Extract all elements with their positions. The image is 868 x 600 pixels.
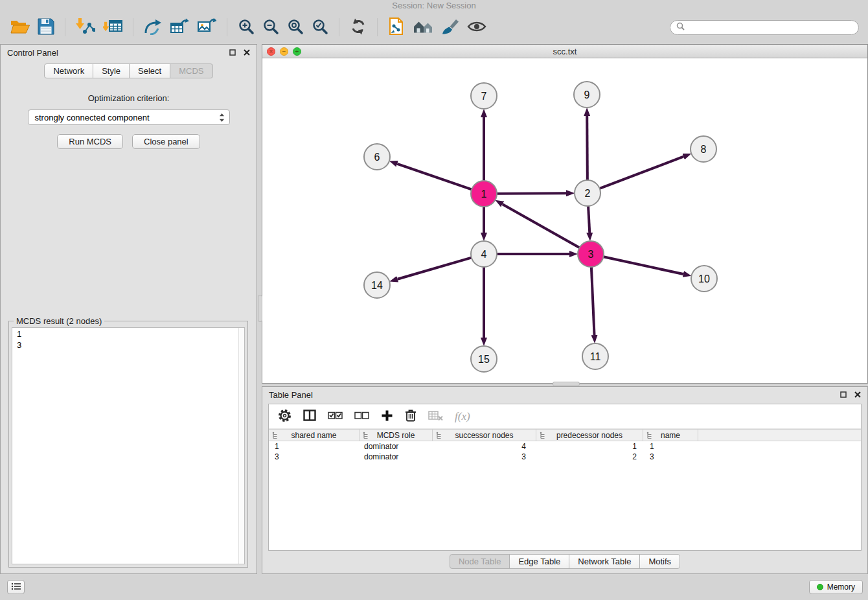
add-row-button[interactable] — [381, 410, 393, 424]
horizontal-splitter-handle[interactable] — [553, 382, 580, 386]
maximize-window-icon[interactable]: + — [293, 47, 301, 56]
graph-edge-1-2[interactable] — [497, 193, 566, 194]
floppy-disk-icon — [38, 18, 54, 37]
open-folder-icon — [10, 19, 30, 36]
graph-edge-3-10[interactable] — [604, 257, 683, 274]
tab-network[interactable]: Network — [44, 63, 93, 78]
graph-node-15[interactable]: 15 — [471, 346, 497, 372]
tab-style[interactable]: Style — [93, 63, 130, 78]
zoom-out-button[interactable] — [258, 14, 283, 40]
cell-shared-name[interactable]: 1 — [269, 441, 360, 452]
export-network-button[interactable] — [140, 14, 166, 40]
close-panel-button[interactable]: Close panel — [132, 134, 200, 149]
column-header-predecessor-nodes[interactable]: predecessor nodes — [536, 430, 643, 441]
search-input[interactable] — [689, 22, 852, 33]
tab-select[interactable]: Select — [129, 63, 170, 78]
table-panel-header: Table Panel — [262, 387, 867, 402]
table-settings-button[interactable] — [278, 409, 291, 424]
minimize-window-icon[interactable]: − — [280, 47, 288, 56]
column-header-mcds-role[interactable]: MCDS role — [360, 430, 433, 441]
graph-node-7[interactable]: 7 — [471, 83, 497, 109]
cell-successor-nodes[interactable]: 3 — [433, 452, 536, 462]
graph-node-6[interactable]: 6 — [364, 144, 390, 170]
close-panel-icon[interactable] — [854, 391, 861, 398]
zoom-selected-button[interactable] — [308, 14, 332, 40]
column-header-shared-name[interactable]: shared name — [269, 430, 360, 441]
result-scrollbar[interactable] — [238, 328, 244, 564]
export-image-icon — [197, 18, 216, 37]
graph-edge-2-3[interactable] — [588, 206, 589, 233]
graph-edge-2-8[interactable] — [600, 157, 683, 189]
refresh-icon — [350, 18, 367, 37]
graph-node-2[interactable]: 2 — [575, 180, 600, 206]
cell-predecessor-nodes[interactable]: 1 — [536, 441, 643, 452]
column-header-successor-nodes[interactable]: successor nodes — [433, 430, 536, 441]
float-panel-icon[interactable] — [840, 391, 847, 398]
cell-name[interactable]: 1 — [643, 441, 698, 452]
run-mcds-button[interactable]: Run MCDS — [57, 134, 123, 149]
show-columns-button[interactable] — [303, 410, 316, 423]
mcds-result-list[interactable]: 1 3 — [12, 327, 245, 564]
zoom-in-button[interactable] — [234, 14, 258, 40]
toolbar-separator — [133, 18, 133, 36]
graph-node-10[interactable]: 10 — [691, 266, 717, 292]
column-header-name[interactable]: name — [643, 430, 698, 441]
cell-name[interactable]: 3 — [643, 452, 698, 462]
graph-edge-1-6[interactable] — [397, 164, 472, 190]
select-all-button[interactable] — [328, 410, 343, 422]
svg-text:7: 7 — [481, 91, 487, 102]
graph-node-11[interactable]: 11 — [582, 343, 608, 369]
graph-node-14[interactable]: 14 — [364, 272, 390, 298]
table-row[interactable]: 3dominator323 — [269, 452, 861, 462]
criterion-dropdown[interactable]: strongly connected component — [28, 110, 230, 125]
open-session-button[interactable] — [6, 14, 34, 40]
apply-style-button[interactable] — [437, 14, 463, 40]
graph-node-3[interactable]: 3 — [578, 241, 604, 267]
import-table-button[interactable] — [99, 14, 126, 40]
delete-row-button[interactable] — [405, 409, 417, 424]
graph-node-1[interactable]: 1 — [471, 181, 497, 207]
network-canvas[interactable]: 7968124314101511 — [262, 58, 867, 383]
table-row[interactable]: 1dominator411 — [269, 441, 861, 452]
export-table-button[interactable] — [166, 14, 193, 40]
status-bar: Memory — [0, 575, 868, 600]
graph-node-4[interactable]: 4 — [471, 241, 497, 267]
graph-edge-2-9[interactable] — [587, 116, 588, 180]
table-panel-content: f(x) shared name MCDS role successor nod… — [268, 404, 862, 551]
tab-node-table[interactable]: Node Table — [450, 554, 510, 569]
tab-motifs[interactable]: Motifs — [639, 554, 680, 569]
zoom-fit-button[interactable] — [283, 14, 308, 40]
float-panel-icon[interactable] — [229, 49, 236, 56]
tab-network-table[interactable]: Network Table — [569, 554, 640, 569]
network-overview-button[interactable] — [409, 14, 437, 40]
import-network-button[interactable] — [72, 14, 99, 40]
export-image-button[interactable] — [193, 14, 220, 40]
tab-mcds[interactable]: MCDS — [170, 63, 212, 78]
graph-node-9[interactable]: 9 — [574, 82, 600, 108]
cell-mcds-role[interactable]: dominator — [360, 441, 433, 452]
graph-edge-4-14[interactable] — [398, 258, 472, 279]
refresh-button[interactable] — [346, 14, 371, 40]
show-hide-button[interactable] — [463, 14, 490, 40]
tab-edge-table[interactable]: Edge Table — [509, 554, 569, 569]
cell-shared-name[interactable]: 3 — [269, 452, 360, 462]
graph-node-8[interactable]: 8 — [691, 136, 716, 162]
deselect-all-button[interactable] — [354, 410, 369, 422]
memory-button[interactable]: Memory — [809, 580, 863, 594]
close-panel-icon[interactable] — [244, 49, 250, 56]
clone-network-button[interactable] — [384, 14, 409, 40]
graph-edge-3-1[interactable] — [503, 204, 580, 248]
network-graph[interactable]: 7968124314101511 — [262, 58, 867, 383]
cell-predecessor-nodes[interactable]: 2 — [536, 452, 643, 462]
save-session-button[interactable] — [34, 14, 58, 40]
delete-table-button — [428, 410, 443, 422]
close-window-icon[interactable]: × — [267, 47, 275, 56]
svg-text:10: 10 — [698, 273, 710, 284]
task-history-button[interactable] — [7, 580, 25, 594]
graph-edge-3-11[interactable] — [591, 267, 595, 335]
control-panel-tabs: Network Style Select MCDS — [1, 63, 257, 78]
vertical-splitter-handle[interactable] — [258, 295, 262, 322]
cell-mcds-role[interactable]: dominator — [360, 452, 433, 462]
svg-text:14: 14 — [371, 280, 383, 291]
cell-successor-nodes[interactable]: 4 — [433, 441, 536, 452]
